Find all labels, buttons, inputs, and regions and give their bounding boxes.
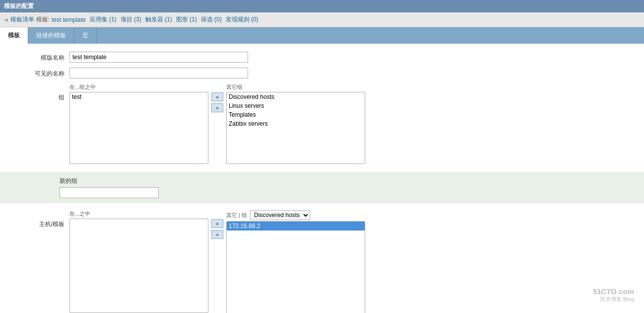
other-group-label: 其它组 xyxy=(226,83,365,91)
host-arrow-buttons: « » xyxy=(208,219,226,239)
breadcrumb-discovery-link[interactable]: 发现规则 (0) xyxy=(226,15,258,24)
host-move-right-button[interactable]: » xyxy=(211,230,223,239)
template-name-field-wrap xyxy=(69,52,248,63)
template-name-input[interactable] xyxy=(69,52,248,63)
visible-name-input[interactable] xyxy=(69,68,248,78)
host-other-wrap: 其它 | 组 Discovered hosts Linux servers Te… xyxy=(226,210,365,313)
tab-macros[interactable]: 宏 xyxy=(74,27,97,44)
host-in-wrap: 在...之中 xyxy=(69,210,208,313)
other-group-wrap: 其它组 Discovered hosts Linux servers Templ… xyxy=(226,83,365,164)
group-arrow-buttons: « » xyxy=(208,92,226,112)
in-group-label: 在...组之中 xyxy=(69,83,208,91)
breadcrumb-list-link[interactable]: 模板清单 xyxy=(10,15,34,24)
tab-template[interactable]: 模板 xyxy=(0,27,28,44)
breadcrumb-current-label: 模板: xyxy=(36,15,50,24)
breadcrumb-triggers-link[interactable]: 触发器 (1) xyxy=(145,15,172,24)
group-container: 在...组之中 test « » 其它组 Discovered hosts Li… xyxy=(69,83,365,164)
host-other-listbox[interactable]: 172.16.88.2 xyxy=(226,221,365,313)
group-label: 组 xyxy=(10,83,69,102)
group-section: 组 在...组之中 test « » 其它组 Discovered hosts … xyxy=(10,83,634,164)
title-text: 模板的配置 xyxy=(4,2,34,9)
host-label: 主机/模板 xyxy=(10,210,69,229)
breadcrumb-app-link[interactable]: 应用集 (1) xyxy=(90,15,117,24)
breadcrumb-prefix: « xyxy=(5,16,8,23)
breadcrumb-filter-link[interactable]: 筛选 (0) xyxy=(201,15,222,24)
host-group-dropdown[interactable]: Discovered hosts Linux servers Templates… xyxy=(250,210,310,220)
host-content-area: 主机/模板 在...之中 « » 其它 | 组 Discovered hosts… xyxy=(0,203,644,313)
in-group-wrap: 在...组之中 test xyxy=(69,83,208,164)
new-group-input[interactable] xyxy=(60,187,159,198)
breadcrumb-items-link[interactable]: 项目 (3) xyxy=(121,15,141,24)
group-move-left-button[interactable]: « xyxy=(211,92,223,101)
new-group-section: 新的组 xyxy=(0,172,644,203)
breadcrumb-graphs-link[interactable]: 图形 (1) xyxy=(176,15,197,24)
group-move-right-button[interactable]: » xyxy=(211,103,223,112)
template-name-label: 模版名称 xyxy=(10,52,69,62)
host-in-label: 在...之中 xyxy=(69,210,208,218)
host-container: 在...之中 « » 其它 | 组 Discovered hosts Linux… xyxy=(69,210,365,313)
breadcrumb-current-name[interactable]: test template xyxy=(52,16,86,23)
template-name-row: 模版名称 xyxy=(10,52,634,63)
host-in-listbox[interactable] xyxy=(69,219,208,313)
breadcrumb-bar: « 模板清单 模板: test template 应用集 (1) 项目 (3) … xyxy=(0,12,644,27)
tabs-bar: 模板 链接的模板 宏 xyxy=(0,27,644,44)
content-area: 模版名称 可见的名称 组 在...组之中 test « » 其它组 xyxy=(0,44,644,172)
host-other-header: 其它 | 组 Discovered hosts Linux servers Te… xyxy=(226,210,365,220)
host-row: 主机/模板 在...之中 « » 其它 | 组 Discovered hosts… xyxy=(10,210,634,313)
visible-name-label: 可见的名称 xyxy=(10,68,69,78)
host-other-label: 其它 | 组 xyxy=(226,212,247,219)
title-bar: 模板的配置 xyxy=(0,0,644,12)
visible-name-field-wrap xyxy=(69,68,248,78)
new-group-label: 新的组 xyxy=(60,177,644,185)
other-group-listbox[interactable]: Discovered hosts Linux servers Templates… xyxy=(226,92,365,164)
host-move-left-button[interactable]: « xyxy=(211,219,223,228)
tab-linked-templates[interactable]: 链接的模板 xyxy=(28,27,74,44)
in-group-listbox[interactable]: test xyxy=(69,92,208,164)
visible-name-row: 可见的名称 xyxy=(10,68,634,78)
